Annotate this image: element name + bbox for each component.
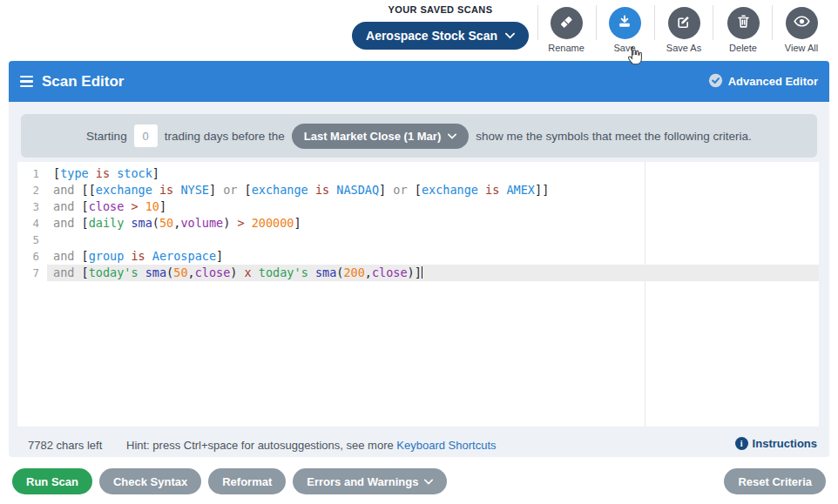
code-line[interactable]: 4and [daily sma(50,volume) > 200000] bbox=[17, 215, 819, 232]
code-line[interactable]: 1[type is stock] bbox=[17, 165, 819, 182]
line-number: 1 bbox=[17, 165, 47, 182]
check-syntax-button[interactable]: Check Syntax bbox=[99, 468, 201, 494]
line-number: 4 bbox=[17, 215, 47, 232]
save-as-button[interactable]: Save As bbox=[659, 7, 708, 53]
autosuggest-hint: Hint: press Ctrl+space for autosuggestio… bbox=[126, 439, 497, 452]
trading-days-label: trading days before the bbox=[165, 130, 285, 143]
scan-editor-header: Scan Editor Advanced Editor bbox=[9, 61, 829, 102]
toolbar-divider bbox=[654, 5, 655, 40]
saved-scans-heading: YOUR SAVED SCANS bbox=[352, 4, 529, 15]
code-line[interactable]: 6and [group is Aerospace] bbox=[17, 248, 819, 265]
trading-days-input[interactable] bbox=[134, 124, 158, 147]
errors-warnings-dropdown[interactable]: Errors and Warnings bbox=[293, 468, 447, 494]
save-button[interactable]: Save bbox=[600, 7, 649, 53]
market-close-dropdown[interactable]: Last Market Close (1 Mar) bbox=[292, 124, 470, 149]
reset-criteria-button[interactable]: Reset Criteria bbox=[724, 468, 826, 494]
saved-scans-toolbar: YOUR SAVED SCANS Aerospace Stock Scan Re… bbox=[0, 0, 838, 61]
hint-text: Hint: press Ctrl+space for autosuggestio… bbox=[126, 439, 396, 452]
line-number: 5 bbox=[17, 232, 47, 248]
save-label: Save bbox=[613, 43, 635, 53]
check-circle-icon bbox=[708, 73, 723, 91]
reformat-button[interactable]: Reformat bbox=[208, 468, 286, 494]
starting-label: Starting bbox=[86, 130, 127, 143]
scan-workbench-page: YOUR SAVED SCANS Aerospace Stock Scan Re… bbox=[0, 0, 838, 504]
line-number: 2 bbox=[17, 182, 47, 198]
errors-warnings-label: Errors and Warnings bbox=[307, 475, 418, 488]
chevron-down-icon bbox=[424, 479, 433, 485]
code-editor[interactable]: 1[type is stock]2and [[exchange is NYSE]… bbox=[17, 162, 819, 427]
code-line[interactable]: 7and [today's sma(50,close) x today's sm… bbox=[17, 265, 819, 281]
run-scan-button[interactable]: Run Scan bbox=[12, 468, 92, 494]
chars-left-counter: 7782 chars left bbox=[28, 439, 102, 452]
menu-icon[interactable] bbox=[20, 76, 33, 88]
code-lines: 1[type is stock]2and [[exchange is NYSE]… bbox=[17, 165, 819, 281]
criteria-bar: Starting trading days before the Last Ma… bbox=[21, 114, 817, 158]
toolbar-divider bbox=[772, 5, 773, 40]
instructions-label: Instructions bbox=[753, 437, 817, 450]
delete-label: Delete bbox=[729, 43, 757, 53]
instructions-link[interactable]: i Instructions bbox=[735, 437, 817, 450]
edit-square-icon bbox=[675, 13, 693, 34]
toolbar-divider bbox=[596, 5, 597, 40]
chevron-down-icon bbox=[505, 32, 515, 39]
trash-icon bbox=[735, 13, 752, 33]
delete-button[interactable]: Delete bbox=[719, 7, 767, 53]
eye-icon bbox=[793, 12, 811, 34]
line-number: 3 bbox=[17, 198, 47, 215]
action-button-row: Run Scan Check Syntax Reformat Errors an… bbox=[0, 468, 838, 494]
market-close-dropdown-value: Last Market Close (1 Mar) bbox=[304, 130, 442, 143]
advanced-editor-toggle[interactable]: Advanced Editor bbox=[708, 61, 818, 102]
toolbar-divider bbox=[713, 5, 713, 40]
saved-scan-dropdown[interactable]: Aerospace Stock Scan bbox=[352, 22, 529, 50]
rename-button[interactable]: Rename bbox=[542, 7, 591, 53]
keyboard-shortcuts-link[interactable]: Keyboard Shortcuts bbox=[396, 439, 496, 452]
scan-editor-panel: Scan Editor Advanced Editor Starting tra… bbox=[9, 61, 829, 457]
code-line[interactable]: 3and [close > 10] bbox=[17, 198, 819, 215]
eraser-icon bbox=[558, 13, 575, 34]
save-icon bbox=[616, 13, 633, 34]
saved-scan-dropdown-value: Aerospace Stock Scan bbox=[366, 29, 497, 43]
chevron-down-icon bbox=[448, 133, 456, 139]
rename-label: Rename bbox=[548, 43, 585, 53]
page-title: Scan Editor bbox=[42, 73, 124, 91]
advanced-editor-label: Advanced Editor bbox=[728, 75, 818, 88]
info-icon: i bbox=[735, 437, 748, 450]
line-number: 7 bbox=[17, 265, 47, 281]
criteria-end-label: show me the symbols that meet the follow… bbox=[476, 130, 752, 143]
line-number: 6 bbox=[17, 248, 47, 265]
save-as-label: Save As bbox=[666, 43, 701, 53]
editor-statusbar: 7782 chars left Hint: press Ctrl+space f… bbox=[9, 427, 829, 457]
code-line[interactable]: 5 bbox=[17, 232, 819, 248]
code-line[interactable]: 2and [[exchange is NYSE] or [exchange is… bbox=[17, 182, 819, 198]
view-all-label: View All bbox=[785, 43, 818, 53]
toolbar-divider bbox=[537, 5, 538, 40]
view-all-button[interactable]: View All bbox=[777, 7, 826, 53]
